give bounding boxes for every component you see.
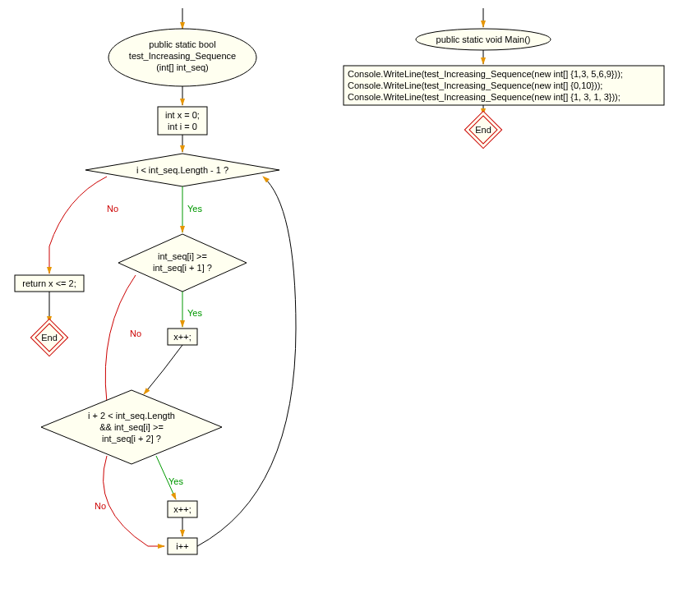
start-label-l2: test_Increasing_Sequence <box>129 51 236 61</box>
return-label: return x <= 2; <box>22 278 76 288</box>
body-l1: Console.WriteLine(test_Increasing_Sequen… <box>348 69 623 79</box>
cond2-l2: int_seq[i + 1] ? <box>153 263 212 273</box>
end-node-left: End <box>30 319 67 356</box>
arrow-cond3-no <box>104 456 164 546</box>
cond3-no-label: No <box>95 501 106 511</box>
flowchart-canvas: public static bool test_Increasing_Seque… <box>0 0 692 616</box>
endr-label: End <box>475 125 491 135</box>
inc3-label: i++ <box>176 541 188 551</box>
arrow-loopback <box>197 177 296 546</box>
cond3-l1: i + 2 < int_seq.Length <box>88 411 175 421</box>
end1-label: End <box>41 333 58 342</box>
arrow-inc1-cond3 <box>144 345 182 394</box>
end-node-right: End <box>464 111 501 148</box>
cond2-no-label: No <box>130 329 141 338</box>
arrow-cond1-no <box>49 177 107 274</box>
cond3-l3: int_seq[i + 2] ? <box>102 434 161 444</box>
cond2-yes-label: Yes <box>187 308 202 318</box>
cond3-yes-label: Yes <box>168 476 183 486</box>
body-l3: Console.WriteLine(test_Increasing_Sequen… <box>348 92 620 102</box>
start-label-l3: (int[] int_seq) <box>156 62 209 72</box>
cond1-yes-label: Yes <box>187 204 202 214</box>
inc2-label: x++; <box>173 504 191 514</box>
inc1-label: x++; <box>173 332 191 342</box>
init-l1: int x = 0; <box>165 110 200 120</box>
body-l2: Console.WriteLine(test_Increasing_Sequen… <box>348 80 602 90</box>
start-label-l1: public static bool <box>149 39 215 49</box>
cond3-l2: && int_seq[i] >= <box>99 422 164 432</box>
cond2-l1: int_seq[i] >= <box>158 251 207 261</box>
init-l2: int i = 0 <box>168 122 197 131</box>
cond1-label: i < int_seq.Length - 1 ? <box>136 165 228 175</box>
cond1-no-label: No <box>107 204 118 214</box>
start-right-label: public static void Main() <box>436 34 531 44</box>
